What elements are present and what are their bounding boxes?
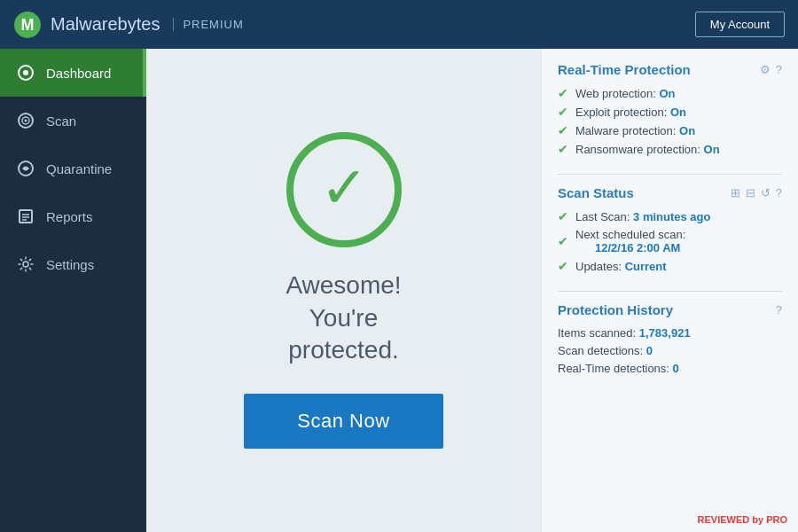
updates-item: ✔ Updates: Current [558, 259, 782, 273]
checkmark-icon: ✓ [320, 159, 368, 216]
exploit-protection-check-icon: ✔ [558, 105, 568, 119]
grid-icon[interactable]: ⊞ [731, 186, 740, 200]
real-time-icons: ⚙ ? [760, 63, 782, 76]
updates-value: Current [625, 260, 667, 273]
web-protection-value: On [659, 87, 675, 100]
next-scan-item: ✔ Next scheduled scan: 12/2/16 2:00 AM [558, 228, 782, 254]
status-message: Awesome! You're protected. [286, 270, 401, 366]
web-protection-item: ✔ Web protection: On [558, 86, 782, 100]
malware-protection-label: Malware protection: On [575, 124, 695, 137]
watermark: REVIEWED by PRO [698, 514, 787, 525]
next-scan-label-text: Next scheduled scan: [575, 228, 685, 241]
svg-point-12 [23, 262, 28, 267]
premium-badge: PREMIUM [173, 18, 243, 31]
malware-protection-check-icon: ✔ [558, 123, 568, 137]
sidebar-item-reports[interactable]: Reports [0, 192, 146, 240]
sidebar-reports-label: Reports [46, 209, 93, 224]
sidebar-item-settings[interactable]: Settings [0, 240, 146, 288]
scan-status-title: Scan Status [558, 185, 634, 200]
items-scanned-value: 1,783,921 [639, 326, 691, 340]
status-line2: You're [286, 302, 401, 334]
protection-history-section: Protection History ? Items scanned: 1,78… [558, 302, 782, 375]
dashboard-icon [16, 63, 35, 82]
last-scan-item: ✔ Last Scan: 3 minutes ago [558, 209, 782, 223]
main-layout: Dashboard Scan Quarantine [0, 49, 798, 532]
updates-check-icon: ✔ [558, 259, 568, 273]
app-header: M Malwarebytes PREMIUM My Account [0, 0, 798, 49]
reports-icon [16, 207, 35, 226]
my-account-button[interactable]: My Account [695, 12, 785, 37]
updates-label-text: Updates: [575, 260, 622, 273]
ransomware-protection-label: Ransomware protection: On [575, 143, 720, 156]
sidebar: Dashboard Scan Quarantine [0, 49, 146, 532]
malware-protection-value: On [679, 124, 695, 137]
next-scan-value: 12/2/16 2:00 AM [595, 241, 680, 254]
next-scan-check-icon: ✔ [558, 234, 568, 248]
sidebar-dashboard-label: Dashboard [46, 66, 111, 81]
updates-label: Updates: Current [575, 260, 667, 273]
exploit-protection-value: On [670, 106, 686, 119]
exploit-protection-label: Exploit protection: On [575, 106, 686, 119]
history-help-icon[interactable]: ? [776, 303, 782, 317]
svg-point-6 [25, 120, 27, 122]
real-time-header: Real-Time Protection ⚙ ? [558, 62, 782, 77]
svg-text:M: M [21, 16, 35, 34]
svg-rect-8 [20, 210, 32, 223]
gear-icon[interactable]: ⚙ [760, 63, 771, 76]
center-panel: ✓ Awesome! You're protected. Scan Now [146, 49, 541, 532]
logo-area: M Malwarebytes PREMIUM [13, 11, 244, 39]
refresh-icon[interactable]: ↺ [761, 186, 771, 200]
real-time-title: Real-Time Protection [558, 62, 691, 77]
web-protection-label-text: Web protection: [575, 87, 656, 100]
status-line1: Awesome! [286, 270, 401, 301]
help-icon[interactable]: ? [776, 63, 782, 76]
realtime-detections-value: 0 [673, 362, 679, 375]
divider-1 [558, 174, 782, 175]
ransomware-protection-check-icon: ✔ [558, 142, 568, 156]
content-wrapper: ✓ Awesome! You're protected. Scan Now Re… [146, 49, 798, 532]
ransomware-protection-label-text: Ransomware protection: [575, 143, 700, 156]
list-icon[interactable]: ⊟ [746, 186, 755, 200]
watermark-bypro: by PRO [749, 514, 787, 525]
ransomware-protection-item: ✔ Ransomware protection: On [558, 142, 782, 156]
scan-now-button[interactable]: Scan Now [244, 394, 442, 449]
scan-status-section: Scan Status ⊞ ⊟ ↺ ? ✔ Last Scan: 3 minut… [558, 185, 782, 273]
real-time-protection-section: Real-Time Protection ⚙ ? ✔ Web protectio… [558, 62, 782, 156]
last-scan-label: Last Scan: 3 minutes ago [575, 210, 710, 223]
divider-2 [558, 291, 782, 292]
malware-protection-item: ✔ Malware protection: On [558, 123, 782, 137]
realtime-detections-label: Real-Time detections: [558, 362, 669, 375]
exploit-protection-item: ✔ Exploit protection: On [558, 105, 782, 119]
sidebar-item-quarantine[interactable]: Quarantine [0, 145, 146, 192]
scan-status-header: Scan Status ⊞ ⊟ ↺ ? [558, 185, 782, 200]
ransomware-protection-value: On [704, 143, 720, 156]
last-scan-label-text: Last Scan: [575, 210, 630, 223]
scan-status-icons: ⊞ ⊟ ↺ ? [731, 186, 782, 200]
web-protection-label: Web protection: On [575, 87, 676, 100]
sidebar-item-scan[interactable]: Scan [0, 97, 146, 145]
protection-history-header: Protection History ? [558, 302, 782, 317]
protection-history-icons: ? [776, 303, 782, 317]
next-scan-label: Next scheduled scan: 12/2/16 2:00 AM [575, 228, 685, 254]
sidebar-settings-label: Settings [46, 257, 94, 272]
realtime-detections-row: Real-Time detections: 0 [558, 362, 782, 375]
items-scanned-label: Items scanned: [558, 326, 636, 340]
status-line3: protected. [286, 334, 401, 366]
scan-detections-value: 0 [646, 344, 653, 357]
scan-icon [16, 111, 35, 130]
protection-history-title: Protection History [558, 302, 673, 317]
logo-text: Malwarebytes [51, 14, 160, 35]
settings-icon [16, 254, 35, 274]
svg-point-3 [23, 70, 28, 75]
protection-status-circle: ✓ [286, 132, 402, 247]
exploit-protection-label-text: Exploit protection: [575, 106, 667, 119]
scan-detections-label: Scan detections: [558, 344, 643, 357]
sidebar-item-dashboard[interactable]: Dashboard [0, 49, 146, 97]
web-protection-check-icon: ✔ [558, 86, 568, 100]
sidebar-quarantine-label: Quarantine [46, 161, 112, 176]
last-scan-value: 3 minutes ago [633, 210, 710, 223]
malware-protection-label-text: Malware protection: [575, 124, 676, 137]
scan-help-icon[interactable]: ? [776, 186, 782, 200]
items-scanned-row: Items scanned: 1,783,921 [558, 326, 782, 340]
last-scan-check-icon: ✔ [558, 209, 568, 223]
